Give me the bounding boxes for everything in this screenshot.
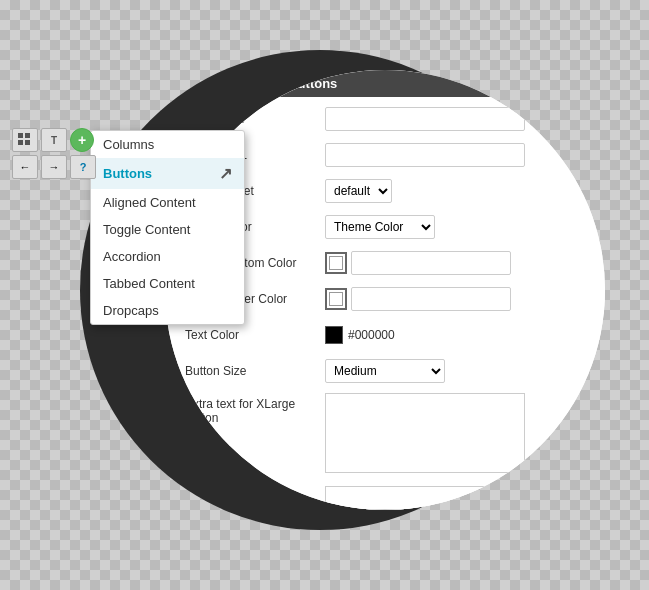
panel-title: Insert Shortcode: Buttons — [177, 76, 337, 91]
button-color-control: Theme Color Custom — [325, 215, 585, 239]
text-color-field: #000000 — [325, 326, 585, 344]
button-hover-color-row: Button Hover Color — [185, 285, 585, 313]
shortcode-dropdown-menu: Columns Buttons ↗ Aligned Content Toggle… — [90, 130, 245, 325]
svg-rect-1 — [25, 133, 30, 138]
button-title-row: Button Title — [185, 105, 585, 133]
dropdown-item-dropcaps[interactable]: Dropcaps — [91, 297, 244, 324]
tabbed-content-label: Tabbed Content — [103, 276, 195, 291]
tooltip-label: Tooltip for button — [185, 491, 325, 505]
cursor-icon: ↗ — [219, 164, 232, 183]
panel-header: Insert Shortcode: Buttons — [165, 70, 605, 97]
dropdown-item-tabbed-content[interactable]: Tabbed Content — [91, 270, 244, 297]
button-target-control: default _blank _self _top — [325, 179, 585, 203]
button-title-label: Button Title — [185, 112, 325, 126]
button-title-input[interactable] — [325, 107, 525, 131]
dropdown-item-aligned-content[interactable]: Aligned Content — [91, 189, 244, 216]
dropdown-item-columns[interactable]: Columns — [91, 131, 244, 158]
dropdown-item-toggle-content[interactable]: Toggle Content — [91, 216, 244, 243]
button-size-select[interactable]: Small Medium Large XLarge — [325, 359, 445, 383]
extra-text-label: Extra text for XLarge button — [185, 393, 325, 425]
toolbar: T + — [12, 128, 94, 152]
forward-button[interactable]: → — [41, 155, 67, 179]
buttons-label: Buttons — [103, 166, 152, 181]
help-button[interactable]: ? — [70, 155, 96, 179]
button-hover-color-input[interactable] — [351, 287, 511, 311]
button-custom-color-input[interactable] — [351, 251, 511, 275]
tooltip-control — [325, 486, 585, 510]
color-swatch-inner — [329, 256, 343, 270]
button-title-control — [325, 107, 585, 131]
tooltip-row: Tooltip for button — [185, 484, 585, 510]
button-custom-color-control — [325, 251, 585, 275]
grid-icon[interactable] — [12, 128, 38, 152]
button-hover-color-control — [325, 287, 585, 311]
text-icon[interactable]: T — [41, 128, 67, 152]
tooltip-input[interactable] — [325, 486, 525, 510]
button-target-select[interactable]: default _blank _self _top — [325, 179, 392, 203]
dropdown-item-accordion[interactable]: Accordion — [91, 243, 244, 270]
text-color-row: Text Color #000000 — [185, 321, 585, 349]
add-button[interactable]: + — [70, 128, 94, 152]
button-hover-color-swatch[interactable] — [325, 288, 347, 310]
extra-text-control — [325, 393, 585, 476]
button-color-select[interactable]: Theme Color Custom — [325, 215, 435, 239]
button-hover-color-wrapper — [325, 287, 585, 311]
extra-text-textarea[interactable] — [325, 393, 525, 473]
button-custom-color-row: Button Custom Color — [185, 249, 585, 277]
nav-toolbar: ← → ? — [12, 155, 96, 179]
text-color-label: Text Color — [185, 328, 325, 342]
svg-rect-0 — [18, 133, 23, 138]
svg-rect-3 — [25, 140, 30, 145]
button-custom-color-swatch[interactable] — [325, 252, 347, 274]
text-color-control: #000000 — [325, 326, 585, 344]
back-button[interactable]: ← — [12, 155, 38, 179]
hover-color-swatch-inner — [329, 292, 343, 306]
button-size-control: Small Medium Large XLarge — [325, 359, 585, 383]
toggle-content-label: Toggle Content — [103, 222, 190, 237]
text-color-hex-value: #000000 — [348, 328, 395, 342]
button-url-control — [325, 143, 585, 167]
add-icon: + — [78, 133, 86, 147]
button-color-row: Button Color Theme Color Custom — [185, 213, 585, 241]
text-color-swatch[interactable] — [325, 326, 343, 344]
dropdown-item-buttons[interactable]: Buttons ↗ — [91, 158, 244, 189]
button-url-input[interactable] — [325, 143, 525, 167]
button-target-row: Button target default _blank _self _top — [185, 177, 585, 205]
button-url-row: Button URL — [185, 141, 585, 169]
svg-rect-2 — [18, 140, 23, 145]
accordion-label: Accordion — [103, 249, 161, 264]
button-custom-color-wrapper — [325, 251, 585, 275]
columns-label: Columns — [103, 137, 154, 152]
theme-color-wrapper: Theme Color Custom — [325, 215, 585, 239]
dropcaps-label: Dropcaps — [103, 303, 159, 318]
extra-text-row: Extra text for XLarge button — [185, 393, 585, 476]
button-size-label: Button Size — [185, 364, 325, 378]
button-size-row: Button Size Small Medium Large XLarge — [185, 357, 585, 385]
aligned-content-label: Aligned Content — [103, 195, 196, 210]
